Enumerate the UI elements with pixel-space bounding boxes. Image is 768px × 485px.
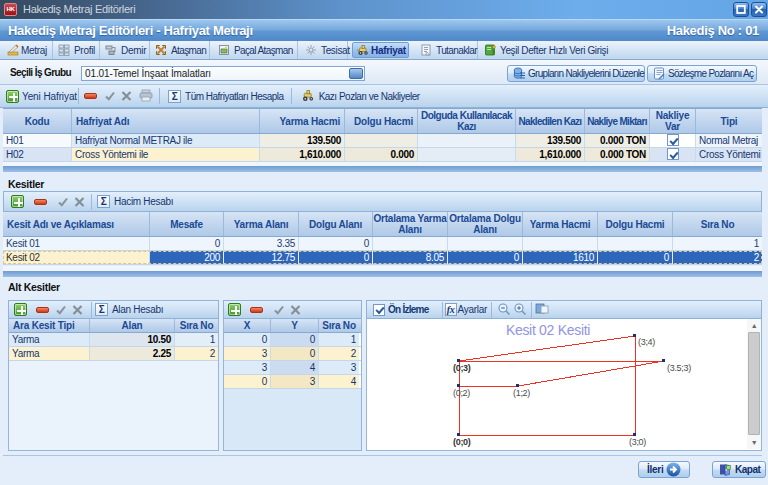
svg-text:(3;0): (3;0) bbox=[629, 437, 646, 447]
svg-text:(1;2): (1;2) bbox=[513, 388, 530, 398]
svg-text:(0;0): (0;0) bbox=[453, 437, 471, 447]
svg-text:(0;2): (0;2) bbox=[453, 388, 470, 398]
svg-text:(3.5;3): (3.5;3) bbox=[667, 363, 691, 373]
svg-text:(3;4): (3;4) bbox=[638, 337, 655, 347]
svg-text:(0;3): (0;3) bbox=[453, 363, 471, 373]
